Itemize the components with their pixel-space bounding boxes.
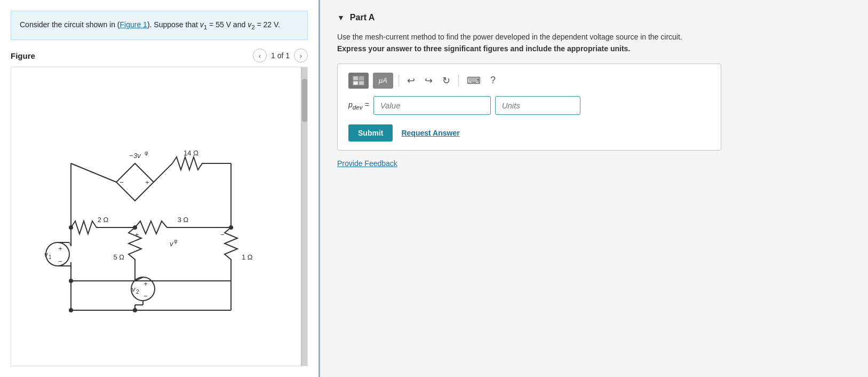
unit-button[interactable]: μA	[373, 73, 393, 89]
svg-text:5 Ω: 5 Ω	[113, 253, 124, 261]
svg-rect-50	[359, 76, 364, 80]
problem-statement: Consider the circuit shown in (Figure 1)…	[11, 11, 308, 40]
svg-text:2: 2	[136, 289, 139, 295]
provide-feedback-button[interactable]: Provide Feedback	[337, 159, 397, 168]
scroll-thumb	[302, 79, 307, 122]
svg-text:v: v	[132, 285, 136, 293]
redo-button[interactable]: ↪	[422, 74, 435, 88]
action-row: Submit Request Answer	[348, 124, 710, 142]
question-line1: Use the mesh-current method to find the …	[337, 31, 817, 43]
answer-box: μA ↩ ↪ ↻ ⌨ ? pdev = Submit Request Answe…	[337, 64, 721, 151]
units-input[interactable]	[495, 96, 580, 115]
figure-section: Figure ‹ 1 of 1 ›	[11, 49, 308, 366]
right-panel: ▼ Part A Use the mesh-current method to …	[320, 0, 868, 377]
value-input[interactable]	[373, 96, 491, 115]
undo-button[interactable]: ↩	[404, 74, 418, 88]
svg-text:−: −	[58, 257, 62, 265]
figure-link[interactable]: Figure 1	[120, 20, 147, 29]
figure-header: Figure ‹ 1 of 1 ›	[11, 49, 308, 62]
svg-text:−: −	[144, 292, 148, 300]
pdev-label: pdev =	[348, 100, 369, 111]
part-header: ▼ Part A	[337, 13, 851, 22]
figure-label: Figure	[11, 51, 35, 60]
svg-text:+: +	[58, 245, 62, 253]
svg-text:−: −	[220, 231, 225, 239]
svg-text:1: 1	[49, 254, 52, 260]
prev-figure-button[interactable]: ‹	[253, 49, 267, 62]
figure-container: − + −3v φ 14 Ω 2 Ω	[11, 67, 308, 366]
svg-rect-51	[353, 81, 358, 85]
help-button[interactable]: ?	[488, 74, 498, 87]
svg-text:−: −	[120, 178, 124, 186]
svg-text:2 Ω: 2 Ω	[97, 216, 108, 224]
svg-point-48	[69, 308, 73, 312]
svg-line-0	[71, 163, 116, 182]
page-info: 1 of 1	[271, 51, 290, 60]
svg-text:3 Ω: 3 Ω	[177, 216, 188, 224]
svg-text:v: v	[170, 240, 174, 248]
refresh-button[interactable]: ↻	[440, 74, 453, 88]
circuit-diagram: − + −3v φ 14 Ω 2 Ω	[28, 121, 284, 313]
toolbar-separator-2	[458, 75, 459, 87]
request-answer-button[interactable]: Request Answer	[401, 129, 459, 137]
left-panel: Consider the circuit shown in (Figure 1)…	[0, 0, 320, 377]
svg-text:v: v	[44, 250, 49, 258]
svg-line-6	[154, 163, 172, 182]
question-text: Use the mesh-current method to find the …	[337, 31, 817, 55]
question-line2: Express your answer to three significant…	[337, 44, 630, 53]
blocks-button[interactable]	[348, 73, 369, 89]
svg-text:φ: φ	[174, 238, 178, 244]
svg-text:+: +	[144, 280, 148, 288]
svg-rect-52	[359, 81, 364, 85]
next-figure-button[interactable]: ›	[294, 49, 308, 62]
part-arrow-icon: ▼	[337, 13, 345, 22]
feedback-section: Provide Feedback	[337, 159, 851, 168]
figure-nav: ‹ 1 of 1 ›	[253, 49, 308, 62]
unit-label: μA	[379, 76, 387, 84]
svg-rect-49	[353, 76, 358, 80]
toolbar: μA ↩ ↪ ↻ ⌨ ?	[348, 73, 710, 89]
toolbar-separator-1	[399, 75, 399, 87]
svg-text:φ: φ	[145, 150, 148, 156]
scrollbar[interactable]	[301, 67, 307, 366]
input-row: pdev =	[348, 96, 710, 115]
svg-text:+: +	[145, 178, 149, 186]
svg-text:1 Ω: 1 Ω	[242, 253, 253, 261]
svg-text:14 Ω: 14 Ω	[184, 149, 198, 157]
part-label: Part A	[350, 13, 375, 22]
keyboard-button[interactable]: ⌨	[464, 74, 483, 88]
svg-text:−3v: −3v	[129, 152, 141, 160]
svg-point-47	[133, 308, 137, 312]
submit-button[interactable]: Submit	[348, 124, 393, 142]
